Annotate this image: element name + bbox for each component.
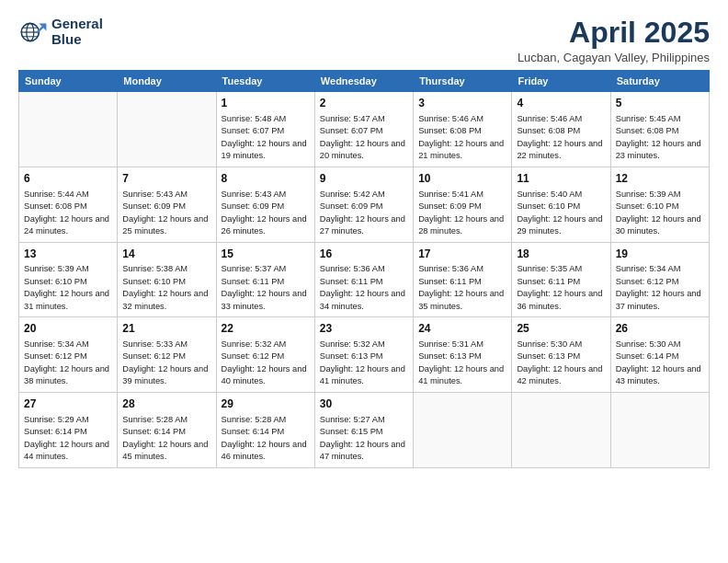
day-cell: 22Sunrise: 5:32 AM Sunset: 6:12 PM Dayli… bbox=[216, 317, 314, 393]
day-info: Sunrise: 5:30 AM Sunset: 6:14 PM Dayligh… bbox=[616, 339, 704, 388]
day-info: Sunrise: 5:39 AM Sunset: 6:10 PM Dayligh… bbox=[616, 189, 704, 238]
day-number: 8 bbox=[222, 171, 310, 187]
day-info: Sunrise: 5:33 AM Sunset: 6:12 PM Dayligh… bbox=[122, 339, 210, 388]
day-cell: 1Sunrise: 5:48 AM Sunset: 6:07 PM Daylig… bbox=[216, 92, 314, 167]
day-cell: 4Sunrise: 5:46 AM Sunset: 6:08 PM Daylig… bbox=[512, 92, 610, 167]
day-info: Sunrise: 5:32 AM Sunset: 6:13 PM Dayligh… bbox=[320, 339, 408, 388]
col-header-tuesday: Tuesday bbox=[216, 71, 314, 92]
calendar-table: SundayMondayTuesdayWednesdayThursdayFrid… bbox=[18, 70, 710, 467]
day-info: Sunrise: 5:46 AM Sunset: 6:08 PM Dayligh… bbox=[517, 113, 605, 163]
day-number: 19 bbox=[616, 247, 704, 262]
day-cell: 18Sunrise: 5:35 AM Sunset: 6:11 PM Dayli… bbox=[512, 242, 610, 317]
day-cell: 13Sunrise: 5:39 AM Sunset: 6:10 PM Dayli… bbox=[19, 242, 118, 317]
day-info: Sunrise: 5:27 AM Sunset: 6:15 PM Dayligh… bbox=[320, 414, 408, 464]
day-cell: 29Sunrise: 5:28 AM Sunset: 6:14 PM Dayli… bbox=[216, 392, 314, 467]
day-number: 20 bbox=[24, 321, 112, 337]
day-cell bbox=[414, 392, 512, 467]
day-cell bbox=[118, 92, 216, 167]
col-header-friday: Friday bbox=[512, 71, 610, 92]
week-row-3: 13Sunrise: 5:39 AM Sunset: 6:10 PM Dayli… bbox=[19, 242, 710, 317]
week-row-2: 6Sunrise: 5:44 AM Sunset: 6:08 PM Daylig… bbox=[19, 167, 710, 242]
day-info: Sunrise: 5:36 AM Sunset: 6:11 PM Dayligh… bbox=[320, 263, 408, 313]
day-number: 27 bbox=[24, 396, 112, 412]
title-section: April 2025 Lucban, Cagayan Valley, Phili… bbox=[518, 17, 710, 64]
col-header-sunday: Sunday bbox=[19, 71, 118, 92]
day-cell: 24Sunrise: 5:31 AM Sunset: 6:13 PM Dayli… bbox=[414, 317, 512, 393]
day-info: Sunrise: 5:37 AM Sunset: 6:11 PM Dayligh… bbox=[222, 263, 310, 313]
header: General Blue April 2025 Lucban, Cagayan … bbox=[18, 17, 710, 64]
day-number: 9 bbox=[320, 171, 408, 187]
logo-icon bbox=[18, 17, 48, 47]
logo: General Blue bbox=[18, 17, 103, 47]
logo-line2: Blue bbox=[51, 32, 103, 48]
day-info: Sunrise: 5:35 AM Sunset: 6:11 PM Dayligh… bbox=[517, 263, 605, 313]
day-cell bbox=[512, 392, 610, 467]
day-cell: 10Sunrise: 5:41 AM Sunset: 6:09 PM Dayli… bbox=[414, 167, 512, 242]
logo-line1: General bbox=[51, 17, 103, 32]
day-info: Sunrise: 5:28 AM Sunset: 6:14 PM Dayligh… bbox=[122, 414, 210, 464]
day-cell: 27Sunrise: 5:29 AM Sunset: 6:14 PM Dayli… bbox=[19, 392, 118, 467]
day-info: Sunrise: 5:32 AM Sunset: 6:12 PM Dayligh… bbox=[222, 339, 310, 388]
day-number: 28 bbox=[122, 396, 210, 412]
day-number: 5 bbox=[616, 96, 704, 111]
day-info: Sunrise: 5:43 AM Sunset: 6:09 PM Dayligh… bbox=[122, 189, 210, 238]
day-info: Sunrise: 5:30 AM Sunset: 6:13 PM Dayligh… bbox=[517, 339, 605, 388]
day-info: Sunrise: 5:48 AM Sunset: 6:07 PM Dayligh… bbox=[222, 113, 310, 163]
day-number: 12 bbox=[616, 171, 704, 187]
col-header-saturday: Saturday bbox=[610, 71, 709, 92]
day-cell: 28Sunrise: 5:28 AM Sunset: 6:14 PM Dayli… bbox=[118, 392, 216, 467]
day-number: 6 bbox=[24, 171, 112, 187]
day-cell: 3Sunrise: 5:46 AM Sunset: 6:08 PM Daylig… bbox=[414, 92, 512, 167]
day-number: 18 bbox=[517, 247, 605, 262]
day-number: 14 bbox=[122, 247, 210, 262]
day-info: Sunrise: 5:36 AM Sunset: 6:11 PM Dayligh… bbox=[418, 263, 506, 313]
day-number: 15 bbox=[222, 247, 310, 262]
day-cell: 15Sunrise: 5:37 AM Sunset: 6:11 PM Dayli… bbox=[216, 242, 314, 317]
day-number: 17 bbox=[418, 247, 506, 262]
day-cell: 6Sunrise: 5:44 AM Sunset: 6:08 PM Daylig… bbox=[19, 167, 118, 242]
day-number: 29 bbox=[222, 396, 310, 412]
day-number: 1 bbox=[222, 96, 310, 111]
day-info: Sunrise: 5:28 AM Sunset: 6:14 PM Dayligh… bbox=[222, 414, 310, 464]
day-cell: 19Sunrise: 5:34 AM Sunset: 6:12 PM Dayli… bbox=[610, 242, 709, 317]
day-number: 23 bbox=[320, 321, 408, 337]
day-number: 16 bbox=[320, 247, 408, 262]
day-number: 22 bbox=[222, 321, 310, 337]
day-cell: 2Sunrise: 5:47 AM Sunset: 6:07 PM Daylig… bbox=[314, 92, 413, 167]
col-header-monday: Monday bbox=[118, 71, 216, 92]
day-number: 13 bbox=[24, 247, 112, 262]
day-number: 25 bbox=[517, 321, 605, 337]
col-header-wednesday: Wednesday bbox=[314, 71, 413, 92]
day-cell: 8Sunrise: 5:43 AM Sunset: 6:09 PM Daylig… bbox=[216, 167, 314, 242]
day-number: 4 bbox=[517, 96, 605, 111]
day-info: Sunrise: 5:41 AM Sunset: 6:09 PM Dayligh… bbox=[418, 189, 506, 238]
day-info: Sunrise: 5:42 AM Sunset: 6:09 PM Dayligh… bbox=[320, 189, 408, 238]
day-cell: 23Sunrise: 5:32 AM Sunset: 6:13 PM Dayli… bbox=[314, 317, 413, 393]
day-info: Sunrise: 5:34 AM Sunset: 6:12 PM Dayligh… bbox=[616, 263, 704, 313]
day-info: Sunrise: 5:39 AM Sunset: 6:10 PM Dayligh… bbox=[24, 263, 112, 313]
day-number: 3 bbox=[418, 96, 506, 111]
day-info: Sunrise: 5:29 AM Sunset: 6:14 PM Dayligh… bbox=[24, 414, 112, 464]
day-info: Sunrise: 5:46 AM Sunset: 6:08 PM Dayligh… bbox=[418, 113, 506, 163]
day-number: 26 bbox=[616, 321, 704, 337]
day-number: 24 bbox=[418, 321, 506, 337]
day-number: 21 bbox=[122, 321, 210, 337]
day-cell: 17Sunrise: 5:36 AM Sunset: 6:11 PM Dayli… bbox=[414, 242, 512, 317]
page: General Blue April 2025 Lucban, Cagayan … bbox=[0, 0, 728, 563]
day-info: Sunrise: 5:31 AM Sunset: 6:13 PM Dayligh… bbox=[418, 339, 506, 388]
day-info: Sunrise: 5:45 AM Sunset: 6:08 PM Dayligh… bbox=[616, 113, 704, 163]
day-cell: 30Sunrise: 5:27 AM Sunset: 6:15 PM Dayli… bbox=[314, 392, 413, 467]
day-cell: 7Sunrise: 5:43 AM Sunset: 6:09 PM Daylig… bbox=[118, 167, 216, 242]
day-number: 30 bbox=[320, 396, 408, 412]
day-number: 2 bbox=[320, 96, 408, 111]
day-info: Sunrise: 5:34 AM Sunset: 6:12 PM Dayligh… bbox=[24, 339, 112, 388]
col-header-thursday: Thursday bbox=[414, 71, 512, 92]
day-cell: 5Sunrise: 5:45 AM Sunset: 6:08 PM Daylig… bbox=[610, 92, 709, 167]
header-row: SundayMondayTuesdayWednesdayThursdayFrid… bbox=[19, 71, 710, 92]
day-cell: 11Sunrise: 5:40 AM Sunset: 6:10 PM Dayli… bbox=[512, 167, 610, 242]
logo-text: General Blue bbox=[51, 17, 103, 47]
day-info: Sunrise: 5:40 AM Sunset: 6:10 PM Dayligh… bbox=[517, 189, 605, 238]
day-cell bbox=[610, 392, 709, 467]
day-cell: 14Sunrise: 5:38 AM Sunset: 6:10 PM Dayli… bbox=[118, 242, 216, 317]
day-cell: 16Sunrise: 5:36 AM Sunset: 6:11 PM Dayli… bbox=[314, 242, 413, 317]
